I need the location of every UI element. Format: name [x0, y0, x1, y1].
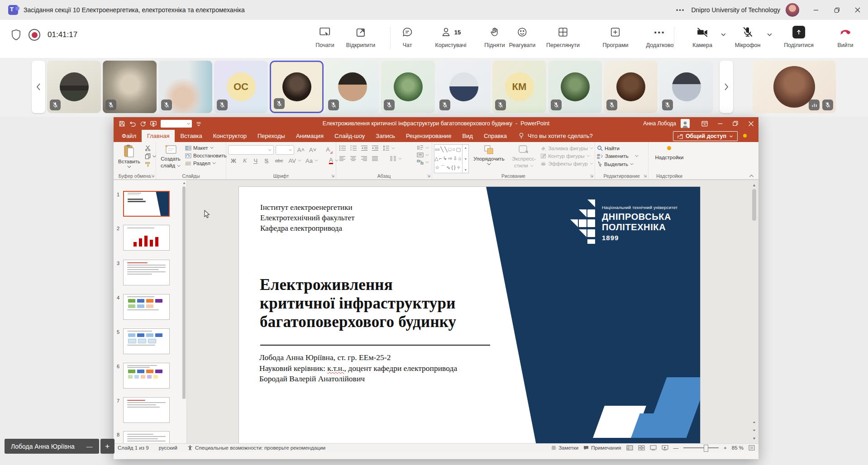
ppt-minimize-button[interactable]: [712, 117, 728, 130]
notes-button[interactable]: Заметки: [551, 445, 578, 451]
mic-button[interactable]: Мікрофон: [735, 25, 761, 48]
tab-view[interactable]: Вид: [457, 130, 478, 142]
tab-review[interactable]: Рецензирование: [401, 130, 457, 142]
decrease-indent-icon[interactable]: [361, 145, 368, 151]
minimize-button[interactable]: [806, 0, 826, 20]
language-indicator[interactable]: русский: [159, 445, 177, 451]
cut-button[interactable]: [145, 145, 156, 151]
increase-font-icon[interactable]: А˄: [296, 147, 306, 153]
quick-styles-button[interactable]: Экспресс- стили: [509, 144, 539, 172]
decrease-font-icon[interactable]: А˅: [308, 147, 318, 153]
character-spacing-button[interactable]: AV: [288, 157, 301, 164]
italic-button[interactable]: К: [242, 157, 248, 164]
section-button[interactable]: Раздел: [185, 161, 227, 166]
columns-icon[interactable]: [390, 156, 402, 161]
start-presenting-button[interactable]: Почати: [315, 25, 334, 48]
justify-icon[interactable]: [372, 156, 378, 161]
ribbon-display-options-icon[interactable]: [697, 117, 712, 130]
thumbnails-scrollbar[interactable]: ▲: [182, 181, 186, 443]
paste-button[interactable]: Вставить: [115, 144, 143, 172]
participant-tile[interactable]: [659, 61, 713, 113]
tab-insert[interactable]: Вставка: [175, 130, 207, 142]
scroll-left-button[interactable]: [32, 61, 45, 113]
zoom-level[interactable]: 85 %: [732, 445, 744, 451]
font-name-combobox[interactable]: [228, 145, 274, 155]
slide-thumbnail-6[interactable]: [123, 363, 170, 389]
normal-view-button[interactable]: [626, 445, 633, 451]
leave-button[interactable]: Вийти: [837, 25, 853, 48]
arrange-button[interactable]: Упорядочить: [471, 144, 507, 172]
share-button[interactable]: Поділитися: [784, 25, 814, 48]
slide-sorter-view-button[interactable]: [638, 445, 645, 451]
reset-button[interactable]: Восстановить: [185, 153, 227, 158]
participant-tile-selected[interactable]: [270, 61, 324, 113]
next-slide-button[interactable]: ⏷: [751, 427, 757, 434]
layout-button[interactable]: Макет: [185, 145, 227, 151]
shapes-gallery[interactable]: ▭╲╲□○▢△⌐↳⇨⇩⌂☆⌒∿{}✧ ▴▾▾: [434, 144, 469, 173]
slide-counter[interactable]: Слайд 1 из 9: [118, 445, 149, 451]
raise-hand-button[interactable]: Підняти: [484, 25, 505, 48]
participant-tile[interactable]: КМ: [492, 61, 546, 113]
select-button[interactable]: Выделить: [597, 161, 639, 167]
line-spacing-icon[interactable]: [382, 145, 395, 151]
tab-help[interactable]: Справка: [478, 130, 512, 142]
save-icon[interactable]: [119, 121, 125, 127]
new-slide-button[interactable]: Создать слайд: [158, 144, 183, 172]
clear-formatting-icon[interactable]: А◢: [324, 146, 334, 154]
participant-tile[interactable]: [437, 61, 491, 113]
align-center-icon[interactable]: [350, 156, 357, 161]
fit-to-window-button[interactable]: [749, 445, 755, 451]
zoom-in-button[interactable]: +: [724, 445, 727, 451]
expand-tag-button[interactable]: +: [100, 439, 114, 454]
copy-button[interactable]: [145, 153, 156, 159]
tab-file[interactable]: Файл: [116, 130, 142, 142]
customize-qat-icon[interactable]: [196, 121, 201, 126]
previous-slide-button[interactable]: ⏶: [751, 419, 757, 426]
zoom-out-button[interactable]: —: [673, 445, 679, 451]
active-speaker-tile[interactable]: [753, 61, 836, 113]
participant-tile[interactable]: [604, 61, 658, 113]
align-left-icon[interactable]: [339, 156, 346, 161]
restore-button[interactable]: [826, 0, 847, 20]
shape-outline-button[interactable]: Контур фигуры: [540, 153, 593, 159]
ppt-user-avatar[interactable]: [681, 119, 690, 128]
tab-design[interactable]: Конструктор: [208, 130, 252, 142]
qat-combobox[interactable]: [161, 120, 192, 128]
font-size-combobox[interactable]: [276, 145, 294, 155]
clipboard-dialog-launcher[interactable]: ⇲: [151, 174, 154, 178]
find-button[interactable]: Найти: [597, 145, 639, 151]
bold-button[interactable]: Ж: [229, 157, 238, 164]
redo-icon[interactable]: [140, 121, 146, 127]
participant-tile[interactable]: [548, 61, 602, 113]
shapes-gallery-scrollbar[interactable]: ▴▾▾: [462, 145, 468, 173]
align-right-icon[interactable]: [361, 156, 367, 161]
start-slideshow-icon[interactable]: [150, 121, 157, 127]
scroll-right-button[interactable]: [720, 61, 733, 113]
editor-scrollbar[interactable]: ▲ ⏶ ⏷ ▼: [751, 182, 757, 442]
participant-tile[interactable]: ОС: [214, 61, 268, 113]
shape-effects-button[interactable]: Эффекты фигур: [540, 161, 593, 166]
presenter-name-tag[interactable]: Лобода Анна Юріївна —: [5, 439, 99, 454]
more-actions-button[interactable]: ••• Додатково: [646, 25, 674, 48]
align-text-icon[interactable]: [417, 152, 429, 157]
share-document-button[interactable]: Общий доступ: [673, 131, 738, 141]
collapse-ribbon-icon[interactable]: [749, 174, 754, 177]
zoom-slider-knob[interactable]: [704, 445, 708, 452]
slide-thumbnail-2[interactable]: [123, 225, 170, 251]
paragraph-dialog-launcher[interactable]: ⇲: [427, 174, 430, 178]
strikethrough-button[interactable]: abc: [274, 158, 285, 163]
text-direction-icon[interactable]: [417, 145, 429, 150]
slideshow-view-button[interactable]: [662, 445, 668, 451]
tab-slideshow[interactable]: Слайд-шоу: [329, 130, 370, 142]
text-shadow-button[interactable]: S: [263, 157, 270, 164]
participant-tile[interactable]: [381, 61, 435, 113]
chat-button[interactable]: Чат: [401, 25, 414, 48]
apps-button[interactable]: Програми: [603, 25, 629, 48]
shape-fill-button[interactable]: Заливка фигуры: [540, 146, 593, 151]
scroll-down-icon[interactable]: ▼: [751, 435, 757, 442]
tab-home[interactable]: Главная: [142, 130, 175, 142]
close-button[interactable]: [847, 0, 868, 20]
camera-options-chevron[interactable]: [720, 32, 726, 38]
slide-thumbnail-8[interactable]: [123, 431, 170, 444]
participant-tile[interactable]: [325, 61, 379, 113]
